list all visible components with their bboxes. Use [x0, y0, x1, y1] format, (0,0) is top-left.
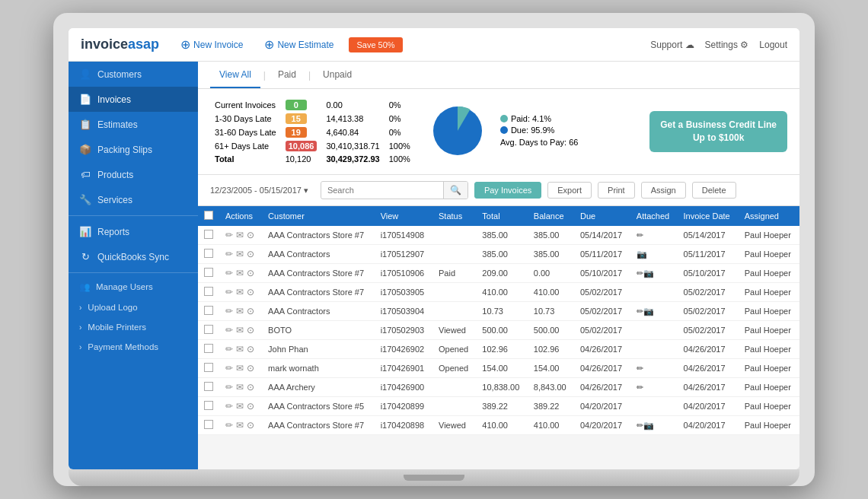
row-checkbox[interactable]	[198, 416, 219, 435]
sidebar-item-payment-methods[interactable]: › Payment Methods	[69, 337, 198, 357]
more-icon[interactable]: ⊙	[247, 249, 254, 259]
settings-link[interactable]: Settings ⚙	[705, 40, 749, 50]
row-checkbox[interactable]	[198, 283, 219, 302]
row-balance: 500.00	[528, 321, 574, 340]
email-icon[interactable]: ✉	[236, 325, 244, 335]
edit-icon[interactable]: ✏	[225, 382, 233, 393]
row-checkbox[interactable]	[198, 321, 219, 340]
row-attached: ✏📷	[630, 302, 678, 321]
edit-icon[interactable]: ✏	[225, 325, 233, 335]
row-customer[interactable]: AAA Contractors Store #7	[262, 283, 375, 302]
row-checkbox[interactable]	[198, 340, 219, 359]
edit-icon[interactable]: ✏	[225, 401, 233, 412]
sidebar-item-invoices[interactable]: 📄 Invoices	[69, 87, 198, 112]
sidebar-item-label: Products	[97, 170, 133, 180]
tab-view-all[interactable]: View All	[210, 62, 260, 88]
email-icon[interactable]: ✉	[236, 230, 244, 240]
row-customer[interactable]: AAA Contractors Store #7	[262, 416, 375, 435]
more-icon[interactable]: ⊙	[247, 230, 254, 240]
more-icon[interactable]: ⊙	[247, 306, 254, 316]
more-icon[interactable]: ⊙	[247, 325, 254, 335]
row-checkbox[interactable]	[198, 378, 219, 397]
table-row: ✏ ✉ ⊙ AAA Contractors Store #7 i17050390…	[198, 283, 799, 302]
sidebar-item-packing-slips[interactable]: 📦 Packing Slips	[69, 137, 198, 162]
email-icon[interactable]: ✉	[236, 287, 244, 297]
more-icon[interactable]: ⊙	[247, 382, 254, 393]
row-customer[interactable]: BOTO	[262, 321, 375, 340]
row-checkbox[interactable]	[198, 302, 219, 321]
sidebar-item-label: Services	[97, 195, 132, 205]
edit-icon[interactable]: ✏	[225, 268, 233, 278]
tab-paid[interactable]: Paid	[269, 62, 305, 88]
edit-icon[interactable]: ✏	[225, 420, 233, 431]
email-icon[interactable]: ✉	[236, 382, 244, 393]
more-icon[interactable]: ⊙	[247, 420, 254, 431]
services-icon: 🔧	[79, 194, 91, 205]
row-assigned: Paul Hoeper	[739, 397, 799, 416]
row-customer[interactable]: AAA Contractors Store #7	[262, 226, 375, 245]
edit-icon[interactable]: ✏	[225, 287, 233, 297]
sidebar-item-estimates[interactable]: 📋 Estimates	[69, 112, 198, 137]
print-button[interactable]: Print	[598, 182, 635, 199]
more-icon[interactable]: ⊙	[247, 268, 254, 278]
row-status: Opened	[432, 359, 476, 378]
email-icon[interactable]: ✉	[236, 420, 244, 431]
stat-amount: 4,640.84	[321, 126, 384, 139]
stat-badge: 19	[286, 127, 307, 138]
email-icon[interactable]: ✉	[236, 306, 244, 316]
row-checkbox[interactable]	[198, 245, 219, 264]
search-input[interactable]	[321, 183, 443, 198]
more-icon[interactable]: ⊙	[247, 401, 254, 412]
edit-icon[interactable]: ✏	[225, 344, 233, 354]
more-icon[interactable]: ⊙	[247, 287, 254, 297]
sidebar-item-customers[interactable]: 👤 Customers	[69, 62, 198, 87]
edit-icon[interactable]: ✏	[225, 306, 233, 316]
stat-amount: 30,410,318.71	[321, 139, 384, 153]
more-icon[interactable]: ⊙	[247, 363, 254, 373]
assign-button[interactable]: Assign	[641, 182, 686, 199]
export-button[interactable]: Export	[547, 182, 592, 199]
row-checkbox[interactable]	[198, 226, 219, 245]
sidebar-item-manage-users[interactable]: 👥 Manage Users	[69, 276, 198, 297]
search-button[interactable]: 🔍	[443, 182, 468, 199]
row-checkbox[interactable]	[198, 397, 219, 416]
sidebar-item-reports[interactable]: 📊 Reports	[69, 219, 198, 244]
row-customer[interactable]: AAA Contractors	[262, 245, 375, 264]
email-icon[interactable]: ✉	[236, 268, 244, 278]
new-invoice-button[interactable]: ⊕ New Invoice	[174, 34, 249, 55]
pay-invoices-button[interactable]: Pay Invoices	[474, 182, 541, 199]
edit-icon[interactable]: ✏	[225, 230, 233, 240]
row-customer[interactable]: AAA Contractors Store #5	[262, 397, 375, 416]
save50-button[interactable]: Save 50%	[349, 37, 402, 52]
sidebar-item-upload-logo[interactable]: › Upload Logo	[69, 297, 198, 317]
col-assigned: Assigned	[739, 206, 799, 226]
new-estimate-button[interactable]: ⊕ New Estimate	[258, 34, 340, 55]
email-icon[interactable]: ✉	[236, 344, 244, 354]
row-balance: 0.00	[528, 264, 574, 283]
table-row: ✏ ✉ ⊙ AAA Contractors Store #7 i17051090…	[198, 264, 799, 283]
email-icon[interactable]: ✉	[236, 363, 244, 373]
sidebar-item-quickbooks[interactable]: ↻ QuickBooks Sync	[69, 244, 198, 269]
row-customer[interactable]: mark wornath	[262, 359, 375, 378]
sidebar-item-products[interactable]: 🏷 Products	[69, 162, 198, 187]
edit-icon[interactable]: ✏	[225, 249, 233, 259]
email-icon[interactable]: ✉	[236, 401, 244, 412]
support-link[interactable]: Support ☁	[650, 40, 694, 50]
logout-link[interactable]: Logout	[759, 40, 787, 50]
row-customer[interactable]: AAA Contractors Store #7	[262, 264, 375, 283]
row-checkbox[interactable]	[198, 359, 219, 378]
row-status	[432, 302, 476, 321]
row-status: Viewed	[432, 321, 476, 340]
row-customer[interactable]: AAA Archery	[262, 378, 375, 397]
delete-button[interactable]: Delete	[692, 182, 736, 199]
cta-button[interactable]: Get a Business Credit Line Up to $100k	[649, 111, 787, 152]
more-icon[interactable]: ⊙	[247, 344, 254, 354]
edit-icon[interactable]: ✏	[225, 363, 233, 373]
tab-unpaid[interactable]: Unpaid	[314, 62, 361, 88]
row-checkbox[interactable]	[198, 264, 219, 283]
sidebar-item-mobile-printers[interactable]: › Mobile Printers	[69, 317, 198, 337]
email-icon[interactable]: ✉	[236, 249, 244, 259]
row-customer[interactable]: AAA Contractors	[262, 302, 375, 321]
row-customer[interactable]: John Phan	[262, 340, 375, 359]
sidebar-item-services[interactable]: 🔧 Services	[69, 187, 198, 212]
